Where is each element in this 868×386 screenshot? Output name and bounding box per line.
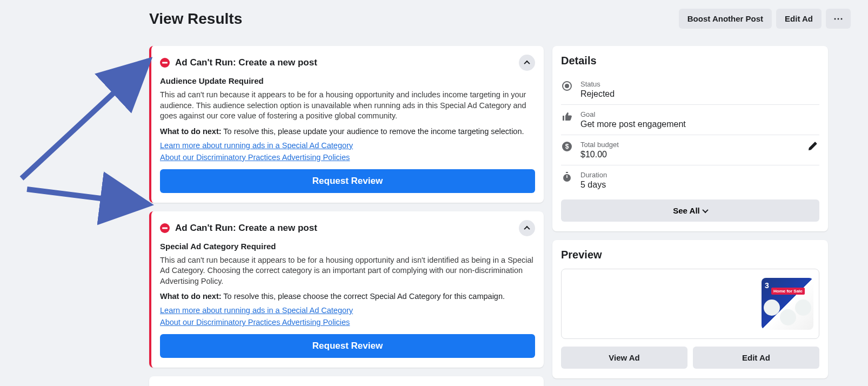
- details-heading: Details: [561, 55, 819, 67]
- alert-card-category: Ad Can't Run: Create a new post Special …: [149, 211, 544, 368]
- edit-ad-preview-button[interactable]: Edit Ad: [693, 347, 819, 369]
- pencil-icon[interactable]: [807, 141, 819, 152]
- alert-card-audience: Ad Can't Run: Create a new post Audience…: [149, 46, 544, 203]
- detail-row-goal: Goal Get more post engagement: [561, 105, 819, 135]
- preview-card: Preview 3 Home for Sale View Ad Edit Ad: [552, 240, 828, 378]
- stopwatch-icon: [561, 171, 573, 183]
- goal-label: Goal: [580, 110, 686, 118]
- header-actions: Boost Another Post Edit Ad ⋯: [679, 9, 851, 29]
- budget-label: Total budget: [580, 141, 619, 149]
- alert-body: This ad can't run because it appears to …: [160, 90, 535, 122]
- alert-title: Ad Can't Run: Create a new post: [175, 223, 317, 234]
- budget-value: $10.00: [580, 150, 619, 159]
- stop-icon: [160, 223, 170, 233]
- detail-row-status: Status Rejected: [561, 75, 819, 105]
- edit-ad-button[interactable]: Edit Ad: [776, 9, 822, 29]
- chevron-up-icon: [524, 61, 530, 66]
- alert-body: This ad can't run because it appears to …: [160, 255, 535, 287]
- alert-next: What to do next: To resolve this, please…: [160, 127, 535, 136]
- svg-point-1: [565, 84, 569, 88]
- svg-rect-5: [566, 172, 568, 173]
- collapse-button[interactable]: [519, 220, 535, 236]
- detail-row-duration: Duration 5 days: [561, 165, 819, 195]
- collapse-button[interactable]: [519, 55, 535, 71]
- learn-more-link[interactable]: Learn more about running ads in a Specia…: [160, 141, 353, 150]
- alert-subtitle: Audience Update Required: [160, 76, 535, 85]
- learn-more-link[interactable]: Learn more about running ads in a Specia…: [160, 306, 353, 315]
- see-all-button[interactable]: See All: [561, 199, 819, 222]
- performance-card: Performance: [149, 376, 544, 386]
- chevron-down-icon: [702, 207, 708, 212]
- chevron-up-icon: [524, 225, 530, 231]
- duration-value: 5 days: [580, 180, 607, 190]
- duration-label: Duration: [580, 171, 607, 179]
- alert-next: What to do next: To resolve this, please…: [160, 292, 535, 301]
- alert-title: Ad Can't Run: Create a new post: [175, 57, 317, 68]
- policies-link[interactable]: About our Discriminatory Practices Adver…: [160, 153, 350, 162]
- svg-rect-6: [566, 175, 567, 178]
- alert-subtitle: Special Ad Category Required: [160, 242, 535, 251]
- status-icon: [561, 80, 573, 92]
- svg-text:$: $: [565, 143, 569, 150]
- thumbs-up-icon: [561, 110, 573, 122]
- preview-thumbnail: 3 Home for Sale: [762, 278, 813, 330]
- status-label: Status: [580, 80, 615, 88]
- goal-value: Get more post engagement: [580, 119, 686, 129]
- dollar-icon: $: [561, 141, 573, 152]
- boost-another-post-button[interactable]: Boost Another Post: [679, 9, 772, 29]
- request-review-button[interactable]: Request Review: [160, 169, 535, 193]
- page-title: View Results: [149, 10, 242, 28]
- request-review-button[interactable]: Request Review: [160, 334, 535, 358]
- details-card: Details Status Rejected Goal Get more po…: [552, 46, 828, 231]
- stop-icon: [160, 58, 170, 68]
- view-ad-button[interactable]: View Ad: [561, 347, 687, 369]
- detail-row-budget: $ Total budget $10.00: [561, 135, 819, 165]
- policies-link[interactable]: About our Discriminatory Practices Adver…: [160, 318, 350, 327]
- preview-box: 3 Home for Sale: [561, 269, 819, 339]
- preview-heading: Preview: [561, 249, 819, 261]
- status-value: Rejected: [580, 89, 615, 99]
- more-options-button[interactable]: ⋯: [826, 9, 851, 29]
